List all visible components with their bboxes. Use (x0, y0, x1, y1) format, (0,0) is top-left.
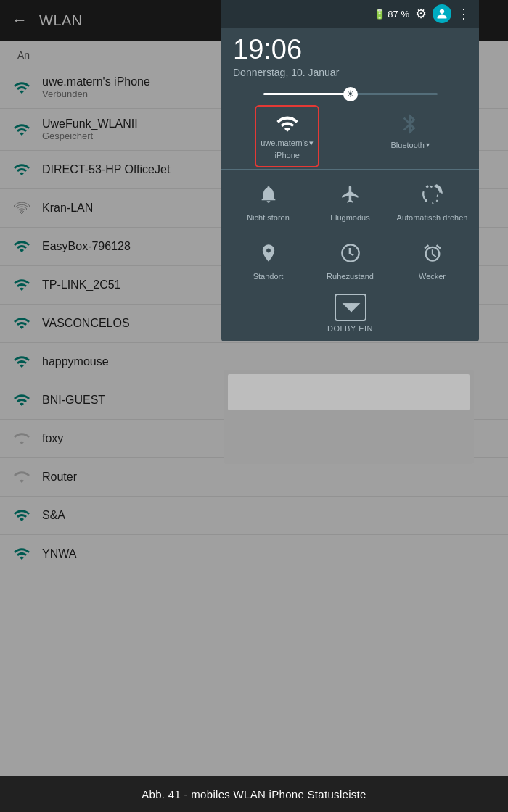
nicht-storen-icon (253, 178, 284, 210)
wifi-toggle-container: uwe.matern's ▾ iPhone (227, 105, 348, 167)
flugmodus-icon (335, 178, 366, 210)
date-display: Donnerstag, 10. Januar (233, 67, 467, 78)
flugmodus-toggle[interactable]: Flugmodus (309, 174, 391, 227)
battery-icon: 🔋 (374, 9, 385, 20)
wifi-dropdown-arrow: ▾ (309, 138, 314, 148)
bluetooth-arrow: ▾ (426, 141, 430, 149)
settings-icon[interactable]: ⚙ (415, 6, 427, 22)
wecker-label: Wecker (419, 272, 446, 281)
wifi-network-name: uwe.matern's (261, 138, 308, 148)
toggles-row2: Nicht stören Flugmodus Automatisch drehe… (221, 171, 479, 230)
brightness-slider-fill (263, 93, 351, 95)
standort-toggle[interactable]: Standort (227, 233, 309, 286)
time-date-area: 19:06 Donnerstag, 10. Januar (221, 28, 479, 88)
status-bar: 🔋 87 % ⚙ ⋮ (221, 0, 479, 28)
wifi-active-icon (276, 112, 299, 136)
nicht-storen-toggle[interactable]: Nicht stören (227, 174, 309, 227)
brightness-slider-track[interactable]: ☀ (263, 93, 438, 95)
auto-rotate-label: Automatisch drehen (397, 213, 468, 223)
bluetooth-toggle[interactable]: Bluetooth ▾ (348, 105, 474, 154)
toggles-row1: uwe.matern's ▾ iPhone Bluetooth ▾ (221, 102, 479, 167)
brightness-icon: ☀ (346, 88, 355, 99)
bluetooth-icon (398, 112, 422, 141)
standort-icon (253, 237, 284, 269)
flugmodus-label: Flugmodus (330, 213, 369, 223)
gray-popup (224, 370, 474, 464)
battery-indicator: 🔋 87 % (374, 9, 409, 20)
avatar[interactable] (433, 4, 451, 23)
toggles-row3: Standort Ruhezustand Wecker (221, 230, 479, 289)
dolby-toggle[interactable]: ◥◤ DOLBY EIN (327, 294, 373, 333)
dolby-row: ◥◤ DOLBY EIN (221, 289, 479, 341)
caption-text: Abb. 41 - mobiles WLAN iPhone Statusleis… (142, 788, 366, 800)
nicht-storen-label: Nicht stören (247, 213, 290, 223)
bluetooth-label-row: Bluetooth ▾ (391, 141, 430, 149)
standort-label: Standort (253, 272, 284, 281)
ruhezustand-label: Ruhezustand (327, 272, 374, 281)
ruhezustand-toggle[interactable]: Ruhezustand (309, 233, 391, 286)
notification-panel: 🔋 87 % ⚙ ⋮ 19:06 Donnerstag, 10. Januar … (221, 0, 479, 341)
gray-popup-inner (228, 374, 470, 410)
dolby-label: DOLBY EIN (327, 324, 373, 333)
ruhezustand-icon (335, 237, 366, 269)
wifi-network-name2: iPhone (275, 151, 300, 160)
auto-rotate-toggle[interactable]: Automatisch drehen (391, 174, 473, 227)
dolby-icon: ◥◤ (335, 294, 366, 321)
bluetooth-label: Bluetooth (391, 141, 425, 149)
wifi-toggle[interactable]: uwe.matern's ▾ iPhone (255, 105, 319, 167)
caption-bar: Abb. 41 - mobiles WLAN iPhone Statusleis… (0, 776, 508, 812)
brightness-thumb[interactable]: ☀ (343, 87, 358, 102)
wecker-toggle[interactable]: Wecker (391, 233, 473, 286)
auto-rotate-icon (417, 178, 448, 210)
panel-divider (221, 169, 479, 170)
brightness-bar[interactable]: ☀ (221, 88, 479, 102)
overflow-menu-icon[interactable]: ⋮ (457, 6, 470, 22)
time-display: 19:06 (233, 35, 467, 65)
wecker-icon (417, 237, 448, 269)
